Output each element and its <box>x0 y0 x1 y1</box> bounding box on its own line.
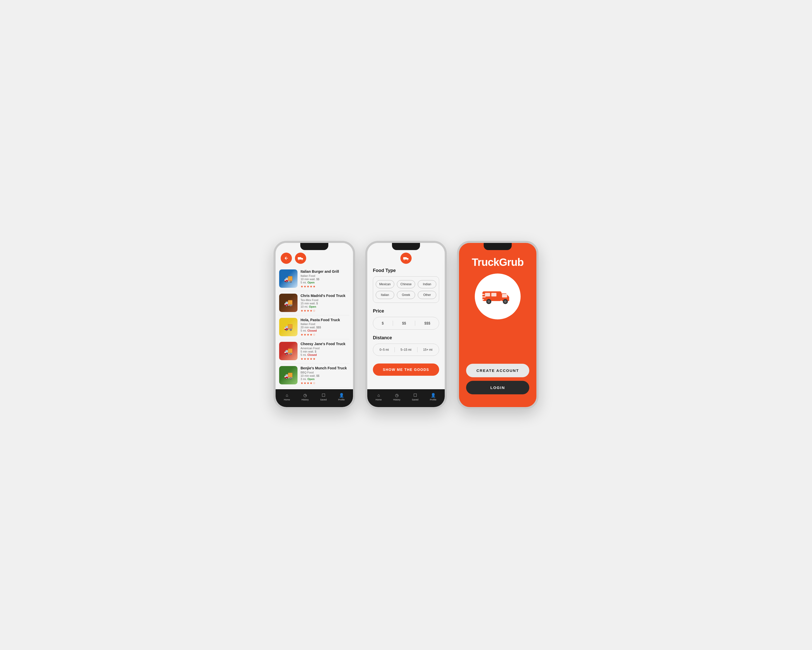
nav-home-1[interactable]: ⌂ Home <box>284 393 290 401</box>
svg-rect-7 <box>502 294 507 297</box>
filter-italian[interactable]: Italian <box>376 291 394 299</box>
truck-stars: ★★★★☆ <box>301 309 350 312</box>
truck-details: Cheesy Jane's Food Truck American Food 5… <box>301 342 350 361</box>
svg-rect-3 <box>403 257 407 260</box>
app-title: TruckGrub <box>472 256 524 268</box>
filter-chinese[interactable]: Chinese <box>397 280 415 288</box>
back-button[interactable] <box>281 252 292 264</box>
home-icon: ⌂ <box>286 393 288 398</box>
distance-box: 0–5 mi 5–15 mi 15+ mi <box>373 344 439 356</box>
truck-details: Benjie's Munch Food Truck BBQ Food 10 mi… <box>301 366 350 385</box>
phone2-content: Food Type Mexican Chinese Indian Italian… <box>367 243 445 407</box>
nav-profile-1[interactable]: 👤 Profile <box>338 393 345 401</box>
history-icon: ◷ <box>303 393 307 398</box>
phone1-content: 🚚 Italian Burger and Grill Italian Food … <box>276 243 353 407</box>
truck-cuisine: Italian Food <box>301 274 350 277</box>
truck-meta: 5 min wait. $ <box>301 350 350 353</box>
truck-details: Chris Madrid's Food Truck Tex-Mex Food 1… <box>301 294 350 312</box>
price-divider-1 <box>393 321 393 326</box>
truck-stars: ★★★★☆ <box>301 333 350 336</box>
phone-splash: TruckGrub <box>457 241 539 409</box>
truck-thumbnail: 🚚 <box>279 318 298 336</box>
svg-rect-9 <box>491 293 496 297</box>
svg-rect-0 <box>298 257 301 260</box>
truck-thumbnail: 🚚 <box>279 366 298 384</box>
truck-cuisine: Italian Food <box>301 323 350 326</box>
truck-thumbnail: 🚚 <box>279 294 298 312</box>
svg-point-14 <box>487 300 490 303</box>
history-icon-2: ◷ <box>395 393 398 398</box>
truck-thumbnail: 🚚 <box>279 342 298 360</box>
svg-point-1 <box>298 260 299 260</box>
phone3-notch <box>484 243 512 250</box>
truck-meta: 20 min wait. $$$ <box>301 326 350 329</box>
truck-list-item[interactable]: 🚚 Benjie's Munch Food Truck BBQ Food 10 … <box>279 364 350 388</box>
truck-cuisine: Tex-Mex Food <box>301 298 350 301</box>
truck-cuisine: American Food <box>301 347 350 350</box>
truck-name: Italian Burger and Grill <box>301 269 350 274</box>
distance-mid[interactable]: 5–15 mi <box>398 347 414 353</box>
truck-name: Benjie's Munch Food Truck <box>301 366 350 370</box>
truck-cuisine: BBQ Food <box>301 371 350 374</box>
truck-stars: ★★★★☆ <box>301 381 350 385</box>
price-mid[interactable]: $$ <box>399 320 409 326</box>
login-button[interactable]: LOGIN <box>466 381 529 394</box>
truck-details: Hola, Pasta Food Truck Italian Food 20 m… <box>301 318 350 337</box>
nav-profile-2[interactable]: 👤 Profile <box>430 393 437 401</box>
svg-point-5 <box>407 260 408 260</box>
truck-meta: 10 min wait. $$ <box>301 374 350 377</box>
svg-rect-8 <box>485 293 490 297</box>
profile-icon: 👤 <box>339 393 344 398</box>
truck-distance-status: 5 mi. Closed <box>301 329 350 332</box>
phone-list: 🚚 Italian Burger and Grill Italian Food … <box>273 241 355 409</box>
logo-circle <box>475 274 520 320</box>
truck-icon-header <box>295 252 306 264</box>
truck-thumbnail: 🚚 <box>279 269 298 288</box>
truck-list: 🚚 Italian Burger and Grill Italian Food … <box>276 267 353 389</box>
truck-details: Italian Burger and Grill Italian Food 10… <box>301 269 350 288</box>
nav-history-2[interactable]: ◷ History <box>393 393 400 401</box>
truck-distance-status: 10 mi. Open <box>301 305 350 308</box>
filter-greek[interactable]: Greek <box>397 291 415 299</box>
splash-buttons: CREATE ACCOUNT LOGIN <box>459 364 536 407</box>
filter-indian[interactable]: Indian <box>418 280 436 288</box>
truck-list-item[interactable]: 🚚 Hola, Pasta Food Truck Italian Food 20… <box>279 315 350 340</box>
truck-list-item[interactable]: 🚚 Italian Burger and Grill Italian Food … <box>279 267 350 291</box>
distance-near[interactable]: 0–5 mi <box>377 347 391 353</box>
nav-saved-1[interactable]: ☐ Saved <box>320 393 327 401</box>
splash-truck-icon <box>481 285 514 308</box>
home-icon-2: ⌂ <box>377 393 380 398</box>
phone-filter: Food Type Mexican Chinese Indian Italian… <box>365 241 447 409</box>
price-low[interactable]: $ <box>379 320 387 326</box>
create-account-button[interactable]: CREATE ACCOUNT <box>466 364 529 377</box>
truck-distance-status: 5 mi. Open <box>301 281 350 284</box>
truck-name: Chris Madrid's Food Truck <box>301 294 350 298</box>
truck-meta: 10 min wait. $$ <box>301 278 350 281</box>
price-box: $ $$ $$$ <box>373 317 439 330</box>
filter-other[interactable]: Other <box>418 291 436 299</box>
nav-history-1[interactable]: ◷ History <box>302 393 309 401</box>
svg-point-2 <box>302 260 302 260</box>
svg-point-4 <box>404 260 405 260</box>
show-me-button[interactable]: SHOW ME THE GOODS <box>373 364 439 376</box>
price-high[interactable]: $$$ <box>421 320 433 326</box>
phone1-bottom-nav: ⌂ Home ◷ History ☐ Saved 👤 Profile <box>276 389 353 407</box>
nav-home-2[interactable]: ⌂ Home <box>376 393 382 401</box>
price-label: Price <box>373 309 439 314</box>
truck-stars: ★★★★★ <box>301 285 350 288</box>
filter-mexican[interactable]: Mexican <box>376 280 394 288</box>
saved-icon-2: ☐ <box>414 393 417 398</box>
truck-list-item[interactable]: 🚚 Cheesy Jane's Food Truck American Food… <box>279 339 350 364</box>
truck-distance-status: 3 mi. Open <box>301 378 350 381</box>
truck-list-item[interactable]: 🚚 Chris Madrid's Food Truck Tex-Mex Food… <box>279 291 350 315</box>
distance-far[interactable]: 15+ mi <box>421 347 434 353</box>
nav-saved-2[interactable]: ☐ Saved <box>412 393 418 401</box>
food-type-label: Food Type <box>373 268 439 273</box>
saved-icon: ☐ <box>322 393 325 398</box>
truck-icon-filter <box>400 252 412 264</box>
filter-body: Food Type Mexican Chinese Indian Italian… <box>367 268 445 389</box>
truck-stars: ★★★★★ <box>301 357 350 361</box>
phones-container: 🚚 Italian Burger and Grill Italian Food … <box>273 241 539 409</box>
truck-meta: 15 min wait. $ <box>301 302 350 305</box>
truck-name: Hola, Pasta Food Truck <box>301 318 350 322</box>
